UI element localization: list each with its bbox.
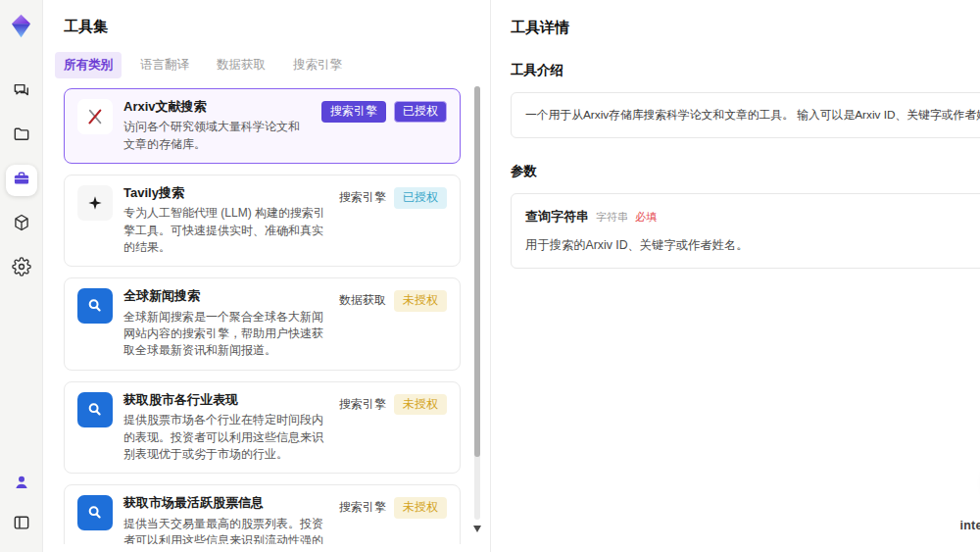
tools-panel: 工具集 所有类别 语言翻译 数据获取 搜索引擎 Arxiv文献搜索 访问各个研究… — [43, 0, 490, 552]
sidebar — [0, 0, 43, 552]
tool-badges: 搜索引擎 已授权 — [339, 185, 447, 256]
tool-description: 全球新闻搜索是一个聚合全球各大新闻网站内容的搜索引擎，帮助用户快速获取全球最新资… — [123, 309, 328, 360]
tool-card[interactable]: 获取市场最活跃股票信息 提供当天交易量最高的股票列表。投资者可以利用这些信息来识… — [64, 484, 461, 544]
tool-badges: 搜索引擎 未授权 — [339, 392, 447, 463]
tool-description: 提供股票市场各个行业在特定时间段内的表现。投资者可以利用这些信息来识别表现优于或… — [123, 412, 328, 463]
sidebar-bottom — [6, 469, 37, 540]
auth-status-badge: 未授权 — [394, 290, 447, 312]
scrollbar-thumb[interactable] — [474, 86, 480, 457]
sidebar-item-settings[interactable] — [6, 253, 37, 284]
tool-info: 获取股市各行业表现 提供股票市场各个行业在特定时间段内的表现。投资者可以利用这些… — [123, 392, 328, 463]
tool-description: 专为人工智能代理 (LLM) 构建的搜索引擎工具。可快速提供实时、准确和真实的结… — [123, 205, 328, 256]
package-icon — [12, 213, 31, 236]
tool-name: 获取股市各行业表现 — [123, 392, 328, 408]
category-badge: 搜索引擎 — [339, 497, 386, 519]
panel-toggle-icon — [12, 513, 31, 536]
page-title: 工具集 — [64, 18, 468, 36]
sidebar-item-chat[interactable] — [6, 76, 37, 108]
tab-data-acquisition[interactable]: 数据获取 — [208, 52, 274, 78]
gear-icon — [12, 257, 31, 280]
list-scrollbar[interactable] — [474, 86, 480, 520]
tool-info: 获取市场最活跃股票信息 提供当天交易量最高的股票列表。投资者可以利用这些信息来识… — [123, 495, 328, 544]
tab-search-engine[interactable]: 搜索引擎 — [284, 52, 351, 78]
tool-name: Tavily搜索 — [123, 185, 328, 201]
folder-icon — [12, 125, 31, 148]
tool-description: 访问各个研究领域大量科学论文和文章的存储库。 — [123, 119, 311, 153]
param-description: 用于搜索的Arxiv ID、关键字或作者姓名。 — [525, 236, 980, 256]
sidebar-item-user[interactable] — [6, 469, 37, 500]
tool-info: Arxiv文献搜索 访问各个研究领域大量科学论文和文章的存储库。 — [123, 99, 311, 153]
sidebar-item-collapse[interactable] — [6, 509, 37, 540]
auth-status-badge: 未授权 — [394, 394, 447, 416]
tool-card[interactable]: Tavily搜索 专为人工智能代理 (LLM) 构建的搜索引擎工具。可快速提供实… — [64, 175, 461, 267]
param-required-flag: 必填 — [635, 209, 657, 226]
sidebar-nav — [6, 76, 37, 284]
intro-heading: 工具介绍 — [511, 62, 980, 79]
category-badge: 数据获取 — [339, 290, 386, 312]
news-search-icon — [77, 288, 113, 324]
arxiv-logo-icon — [77, 99, 113, 134]
tool-badges: 搜索引擎 已授权 — [321, 99, 447, 153]
param-type: 字符串 — [596, 209, 628, 226]
chat-icon — [12, 80, 31, 104]
tab-all-categories[interactable]: 所有类别 — [55, 52, 122, 78]
tool-card[interactable]: 全球新闻搜索 全球新闻搜索是一个聚合全球各大新闻网站内容的搜索引擎，帮助用户快速… — [64, 277, 461, 370]
details-title: 工具详情 — [511, 19, 980, 37]
intro-text: 一个用于从Arxiv存储库搜索科学论文和文章的工具。 输入可以是Arxiv ID… — [525, 106, 980, 125]
sidebar-item-files[interactable] — [6, 121, 37, 152]
category-tabs: 所有类别 语言翻译 数据获取 搜索引擎 — [55, 52, 468, 78]
tool-details-panel: 工具详情 工具介绍 一个用于从Arxiv存储库搜索科学论文和文章的工具。 输入可… — [490, 0, 980, 552]
tool-badges: 数据获取 未授权 — [339, 288, 447, 359]
auth-status-badge: 已授权 — [394, 101, 447, 123]
user-icon — [12, 473, 31, 496]
news-search-icon — [77, 495, 113, 530]
scroll-down-arrow-icon[interactable] — [473, 526, 481, 532]
tool-info: Tavily搜索 专为人工智能代理 (LLM) 构建的搜索引擎工具。可快速提供实… — [123, 185, 328, 256]
tool-card[interactable]: 获取股市各行业表现 提供股票市场各个行业在特定时间段内的表现。投资者可以利用这些… — [64, 381, 461, 474]
category-badge: 搜索引擎 — [339, 394, 386, 416]
tavily-star-icon — [77, 185, 113, 221]
param-header: 查询字符串 字符串 必填 — [525, 207, 980, 227]
briefcase-icon — [12, 169, 31, 192]
news-search-icon — [77, 392, 113, 427]
param-name: 查询字符串 — [525, 207, 589, 227]
tab-language-translation[interactable]: 语言翻译 — [131, 52, 198, 78]
tool-description: 提供当天交易量最高的股票列表。投资者可以利用这些信息来识别流动性强的股票和潜在的… — [123, 516, 328, 544]
tool-badges: 搜索引擎 未授权 — [339, 495, 447, 544]
app-window: 工具集 所有类别 语言翻译 数据获取 搜索引擎 Arxiv文献搜索 访问各个研究… — [0, 0, 980, 552]
tool-name: 获取市场最活跃股票信息 — [123, 495, 328, 511]
intel-core-logo: intelcore — [960, 519, 980, 541]
app-logo-icon — [8, 13, 34, 39]
params-heading: 参数 — [511, 163, 980, 180]
auth-status-badge: 已授权 — [394, 187, 447, 209]
tool-card[interactable]: Arxiv文献搜索 访问各个研究领域大量科学论文和文章的存储库。 搜索引擎 已授… — [64, 88, 461, 164]
sidebar-item-tools[interactable] — [6, 165, 37, 196]
tool-info: 全球新闻搜索 全球新闻搜索是一个聚合全球各大新闻网站内容的搜索引擎，帮助用户快速… — [123, 288, 328, 359]
intro-box: 一个用于从Arxiv存储库搜索科学论文和文章的工具。 输入可以是Arxiv ID… — [511, 92, 980, 138]
tool-name: Arxiv文献搜索 — [123, 99, 311, 115]
category-badge: 搜索引擎 — [321, 101, 386, 123]
brand-intel-text: intel — [960, 519, 980, 532]
auth-status-badge: 未授权 — [394, 497, 447, 519]
tool-name: 全球新闻搜索 — [123, 288, 328, 304]
sidebar-item-packages[interactable] — [6, 209, 37, 240]
tool-list: Arxiv文献搜索 访问各个研究领域大量科学论文和文章的存储库。 搜索引擎 已授… — [64, 88, 468, 544]
param-box: 查询字符串 字符串 必填 用于搜索的Arxiv ID、关键字或作者姓名。 — [511, 193, 980, 269]
category-badge: 搜索引擎 — [339, 187, 386, 209]
